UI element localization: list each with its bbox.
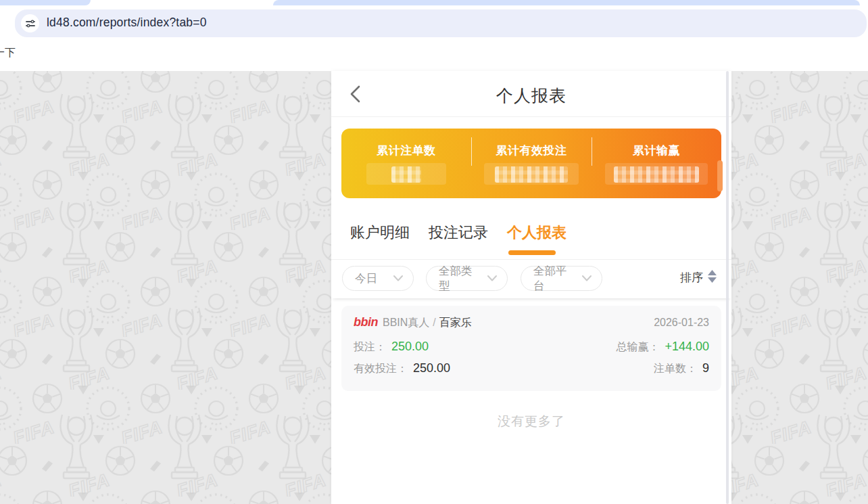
tab-strip-segment xyxy=(0,0,91,5)
triangle-mark-icon xyxy=(850,328,861,337)
triangle-mark-icon xyxy=(850,435,861,444)
divider xyxy=(592,137,592,166)
masked-value xyxy=(495,166,568,183)
triangle-mark-icon xyxy=(201,114,212,123)
svg-text:FIFA: FIFA xyxy=(768,203,815,230)
sort-label: 排序 xyxy=(680,270,703,285)
summary-col-valid-bets: 累计有效投注 xyxy=(471,129,592,198)
triangle-mark-icon xyxy=(742,114,753,123)
triangle-mark-icon xyxy=(201,435,212,444)
bet-label: 投注： xyxy=(354,340,386,354)
svg-text:FIFA: FIFA xyxy=(11,96,57,123)
soccer-ball-icon xyxy=(247,489,280,504)
svg-text:FIFA: FIFA xyxy=(119,96,166,123)
chevron-down-icon xyxy=(478,275,497,281)
slash-mark-icon xyxy=(37,352,53,366)
summary-label: 累计有效投注 xyxy=(471,143,592,158)
svg-text:FIFA: FIFA xyxy=(119,417,166,444)
sort-arrows-icon xyxy=(708,270,717,285)
filter-bar: 今日 全部类型 全部平台 排序 xyxy=(331,260,731,298)
game-name: 百家乐 xyxy=(439,316,472,330)
slash-mark-icon xyxy=(253,352,269,366)
svg-text:FIFA: FIFA xyxy=(227,96,274,123)
slash-mark-icon xyxy=(37,246,53,259)
triangle-mark-icon xyxy=(93,435,104,444)
slash-mark-icon xyxy=(253,246,269,259)
triangle-mark-icon xyxy=(93,328,104,337)
svg-text:FIFA: FIFA xyxy=(11,310,57,337)
date-filter-dropdown[interactable]: 今日 xyxy=(342,266,414,291)
club-world-cup-badge-icon xyxy=(838,488,868,504)
svg-text:FIFA: FIFA xyxy=(119,310,166,337)
triangle-mark-icon xyxy=(310,114,320,123)
triangle-mark-icon xyxy=(310,435,320,444)
club-world-cup-badge-icon xyxy=(0,488,27,504)
masked-value xyxy=(391,166,421,183)
divider xyxy=(471,137,472,166)
tab-personal-report[interactable]: 个人报表 xyxy=(507,223,566,243)
url-text[interactable]: ld48.com/reports/index?tab=0 xyxy=(47,16,207,30)
slash-mark-icon xyxy=(145,352,161,366)
triangle-mark-icon xyxy=(310,221,320,230)
tab-strip-segment xyxy=(273,0,860,5)
sort-control[interactable]: 排序 xyxy=(680,270,717,285)
summary-col-win-loss: 累计输赢 xyxy=(592,129,721,198)
slash-mark-icon xyxy=(253,459,269,473)
svg-text:FIFA: FIFA xyxy=(768,417,815,444)
active-tab-underline xyxy=(508,250,556,255)
club-world-cup-badge-icon xyxy=(81,488,135,504)
address-bar[interactable]: ld48.com/reports/index?tab=0 xyxy=(15,9,867,37)
slash-mark-icon xyxy=(794,246,810,259)
site-settings-icon[interactable] xyxy=(21,14,39,32)
bet-value: 250.00 xyxy=(391,340,429,354)
summary-col-bets-count: 累计注单数 xyxy=(341,129,471,198)
summary-label: 累计输赢 xyxy=(592,143,721,158)
scrollbar[interactable] xyxy=(726,71,729,504)
club-world-cup-badge-icon xyxy=(730,488,784,504)
svg-text:FIFA: FIFA xyxy=(227,417,274,444)
type-filter-value: 全部类型 xyxy=(439,264,478,294)
svg-text:FIFA: FIFA xyxy=(227,203,274,230)
provider-name: BBIN真人 xyxy=(383,316,429,330)
slash-mark-icon xyxy=(37,459,53,473)
record-date: 2026-01-23 xyxy=(654,317,709,329)
slash-mark-icon xyxy=(794,459,810,473)
tab-bet-records[interactable]: 投注记录 xyxy=(429,223,488,243)
triangle-mark-icon xyxy=(742,221,753,230)
page-title: 个人报表 xyxy=(331,85,731,107)
slash-mark-icon xyxy=(145,139,161,152)
win-value: +144.00 xyxy=(665,340,709,354)
count-value: 9 xyxy=(702,361,709,375)
triangle-mark-icon xyxy=(850,221,861,230)
summary-stats-card: 累计注单数 累计有效投注 累计输赢 xyxy=(341,129,721,198)
tab-account-details[interactable]: 账户明细 xyxy=(350,223,410,243)
triangle-mark-icon xyxy=(93,221,104,230)
browser-tab-strip xyxy=(0,0,868,5)
chevron-down-icon xyxy=(384,275,403,281)
divider xyxy=(331,116,731,117)
slash-mark-icon xyxy=(145,459,161,473)
slash-mark-icon xyxy=(37,139,53,152)
browser-toolbar: ld48.com/reports/index?tab=0 xyxy=(0,5,868,37)
type-filter-dropdown[interactable]: 全部类型 xyxy=(426,266,508,291)
slash-mark-icon xyxy=(145,246,161,259)
summary-label: 累计注单数 xyxy=(341,143,471,158)
page-top-area: 一下 xyxy=(0,37,868,71)
bbin-logo: bbin xyxy=(354,315,378,329)
triangle-mark-icon xyxy=(742,435,753,444)
svg-text:FIFA: FIFA xyxy=(768,96,815,123)
slash-mark-icon xyxy=(253,139,269,152)
soccer-ball-icon xyxy=(31,489,64,504)
triangle-mark-icon xyxy=(93,114,104,123)
triangle-mark-icon xyxy=(201,221,212,230)
platform-filter-dropdown[interactable]: 全部平台 xyxy=(521,266,602,291)
clipped-page-text: 一下 xyxy=(0,46,16,60)
triangle-mark-icon xyxy=(201,328,212,337)
report-tabs: 账户明细 投注记录 个人报表 xyxy=(350,223,566,243)
club-world-cup-badge-icon xyxy=(189,488,243,504)
svg-text:FIFA: FIFA xyxy=(227,310,274,337)
card-edge-decoration xyxy=(717,160,723,191)
triangle-mark-icon xyxy=(310,328,320,337)
report-record-card[interactable]: bbin BBIN真人 / 百家乐 2026-01-23 投注： 250.00 … xyxy=(341,306,721,391)
report-panel: 个人报表 累计注单数 累计有效投注 累计输赢 账户明细 投注记录 个人报表 今日 xyxy=(331,71,731,504)
